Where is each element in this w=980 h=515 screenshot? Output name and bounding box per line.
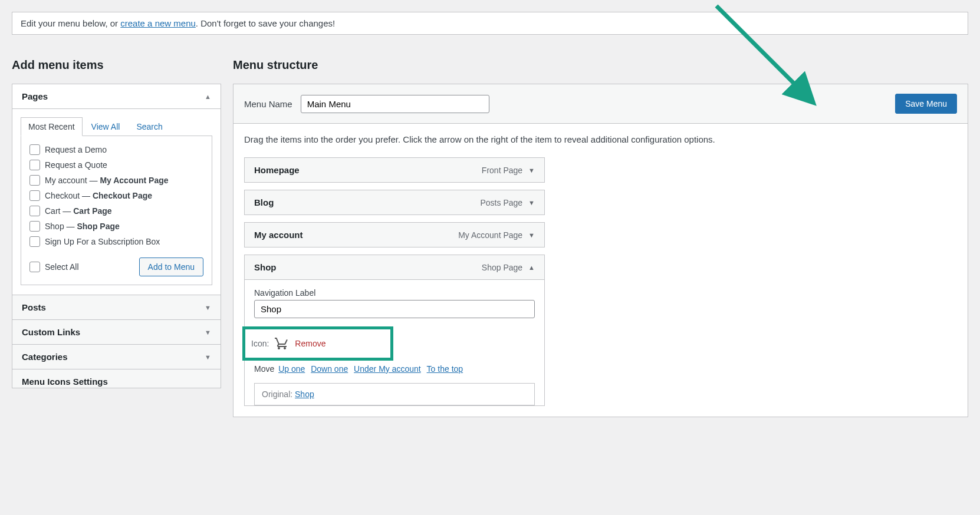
move-top-link[interactable]: To the top xyxy=(427,364,463,374)
move-under-link[interactable]: Under My account xyxy=(354,364,421,374)
accordion-pages-body: Most Recent View All Search Request a De… xyxy=(12,109,221,295)
menu-structure-heading: Menu structure xyxy=(233,58,968,72)
tab-most-recent[interactable]: Most Recent xyxy=(21,117,83,136)
icon-remove-link[interactable]: Remove xyxy=(295,339,325,348)
menu-item-type: Front Page xyxy=(482,166,522,175)
menu-item-label: Blog xyxy=(254,197,274,207)
menu-box: Menu Name Save Menu Drag the items into … xyxy=(233,84,968,417)
tab-view-all[interactable]: View All xyxy=(84,117,128,136)
menu-name-label: Menu Name xyxy=(244,99,292,109)
accordion-menu-icons-header[interactable]: Menu Icons Settings xyxy=(12,369,221,388)
page-checkbox[interactable] xyxy=(29,160,40,170)
page-row[interactable]: Cart — Cart Page xyxy=(29,206,203,216)
page-row[interactable]: My account — My Account Page xyxy=(29,175,203,186)
create-new-menu-link[interactable]: create a new menu xyxy=(120,18,196,28)
add-menu-items-heading: Add menu items xyxy=(12,58,221,72)
menu-item[interactable]: Homepage Front Page▼ xyxy=(244,157,545,183)
caret-down-icon: ▼ xyxy=(205,354,211,361)
icon-label: Icon: xyxy=(251,339,269,348)
menu-name-input[interactable] xyxy=(301,95,489,113)
menu-item-header[interactable]: Shop Shop Page▲ xyxy=(245,255,544,279)
caret-down-icon: ▼ xyxy=(205,304,211,311)
add-items-accordion: Pages ▲ Most Recent View All Search Requ… xyxy=(12,84,221,388)
caret-down-icon: ▼ xyxy=(205,329,211,336)
page-row[interactable]: Checkout — Checkout Page xyxy=(29,190,203,201)
accordion-custom-links-header[interactable]: Custom Links ▼ xyxy=(12,320,221,344)
menu-item-type: Posts Page xyxy=(481,198,523,207)
page-row[interactable]: Request a Quote xyxy=(29,160,203,170)
menu-item-type: Shop Page xyxy=(482,263,522,272)
menu-item-label: Homepage xyxy=(254,165,300,175)
caret-up-icon: ▲ xyxy=(205,93,211,100)
select-all-checkbox[interactable] xyxy=(29,262,40,272)
menu-hint-text: Drag the items into the order you prefer… xyxy=(244,134,957,144)
pages-list: Request a Demo Request a Quote My accoun… xyxy=(29,144,203,247)
menu-items-list: Homepage Front Page▼ Blog Posts Page▼ xyxy=(244,157,957,406)
info-notice: Edit your menu below, or create a new me… xyxy=(12,12,968,35)
menu-item-expanded: Shop Shop Page▲ Navigation Label Icon: R… xyxy=(244,255,545,406)
caret-down-icon: ▼ xyxy=(528,167,535,174)
cart-icon xyxy=(275,336,289,351)
navigation-label-input[interactable] xyxy=(254,300,535,318)
page-row[interactable]: Shop — Shop Page xyxy=(29,221,203,232)
original-label: Original: xyxy=(262,389,295,399)
menu-item-type: My Account Page xyxy=(458,230,522,240)
move-row: Move Up one Down one Under My account To… xyxy=(254,364,535,374)
menu-top-bar: Menu Name Save Menu xyxy=(234,84,968,124)
accordion-categories-header[interactable]: Categories ▼ xyxy=(12,345,221,369)
move-label: Move xyxy=(254,364,274,374)
select-all-label: Select All xyxy=(45,262,79,272)
page-checkbox[interactable] xyxy=(29,236,40,247)
page-checkbox[interactable] xyxy=(29,175,40,186)
page-row[interactable]: Sign Up For a Subscription Box xyxy=(29,236,203,247)
menu-item[interactable]: Blog Posts Page▼ xyxy=(244,190,545,215)
original-link[interactable]: Shop xyxy=(295,389,314,399)
accordion-pages-header[interactable]: Pages ▲ xyxy=(12,84,221,109)
move-up-link[interactable]: Up one xyxy=(278,364,305,374)
select-all-row[interactable]: Select All xyxy=(29,262,79,272)
menu-item-label: Shop xyxy=(254,262,277,272)
page-checkbox[interactable] xyxy=(29,190,40,201)
original-row: Original: Shop xyxy=(254,383,535,405)
accordion-pages-title: Pages xyxy=(22,91,48,101)
page-checkbox[interactable] xyxy=(29,221,40,232)
navigation-label-title: Navigation Label xyxy=(254,288,535,298)
menu-item-label: My account xyxy=(254,230,303,240)
save-menu-button[interactable]: Save Menu xyxy=(895,94,957,114)
icon-selection-row: Icon: Remove xyxy=(242,326,393,361)
tab-search[interactable]: Search xyxy=(129,117,170,136)
page-checkbox[interactable] xyxy=(29,206,40,216)
caret-down-icon: ▼ xyxy=(528,199,535,206)
notice-prefix: Edit your menu below, or xyxy=(21,18,120,28)
pages-tabs: Most Recent View All Search xyxy=(21,117,212,136)
add-to-menu-button[interactable]: Add to Menu xyxy=(139,258,203,276)
accordion-posts-header[interactable]: Posts ▼ xyxy=(12,295,221,319)
caret-down-icon: ▼ xyxy=(528,232,535,239)
caret-up-icon: ▲ xyxy=(528,264,535,271)
move-down-link[interactable]: Down one xyxy=(311,364,348,374)
page-checkbox[interactable] xyxy=(29,144,40,155)
notice-suffix: . Don't forget to save your changes! xyxy=(196,18,335,28)
page-row[interactable]: Request a Demo xyxy=(29,144,203,155)
menu-item[interactable]: My account My Account Page▼ xyxy=(244,222,545,247)
